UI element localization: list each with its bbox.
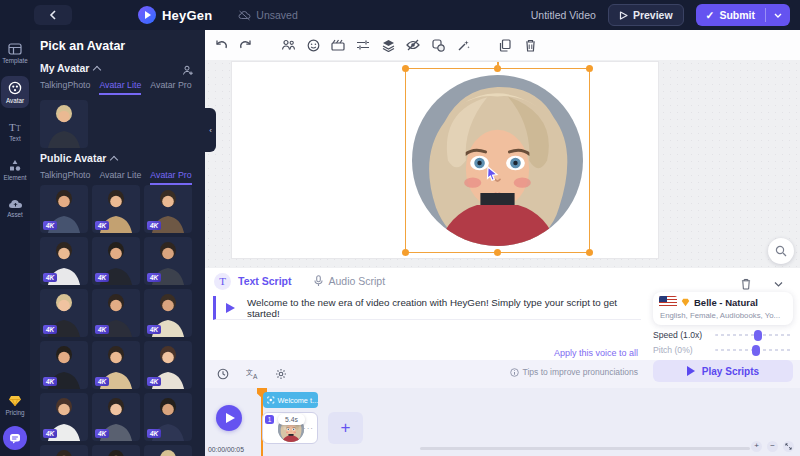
avatar-thumbnail[interactable]: 4K: [40, 185, 88, 233]
submit-button[interactable]: ✓ Submit: [696, 4, 790, 26]
script-text[interactable]: Welcome to the new era of video creation…: [247, 297, 641, 319]
4k-badge: 4K: [147, 325, 161, 334]
selection-box[interactable]: [405, 68, 590, 253]
pitch-label: Pitch (0%): [653, 345, 715, 355]
undo-button[interactable]: [213, 37, 229, 53]
4k-badge: 4K: [95, 429, 109, 438]
nav-pricing[interactable]: Pricing: [1, 390, 29, 420]
scene-card[interactable]: 1 5.4s ···: [262, 412, 318, 444]
pitch-slider-handle[interactable]: [752, 345, 760, 356]
canvas-toolbar: [205, 30, 800, 60]
timeline-scrollbar[interactable]: [420, 447, 750, 450]
redo-button[interactable]: [238, 37, 254, 53]
apply-voice-link[interactable]: Apply this voice to all: [554, 348, 638, 358]
public-avatar-heading[interactable]: Public Avatar: [40, 152, 117, 164]
pronunciation-tips-link[interactable]: Tips to improve pronunciations: [510, 367, 638, 377]
text-script-icon[interactable]: T: [214, 273, 231, 290]
adjust-button[interactable]: [355, 37, 371, 53]
resize-handle-s[interactable]: [494, 249, 501, 256]
voice-selector[interactable]: Belle - Natural English, Female, Audiobo…: [653, 292, 793, 325]
tab-avatar-pro[interactable]: Avatar Pro: [150, 80, 191, 95]
nav-text[interactable]: TT Text: [1, 116, 29, 146]
4k-badge: 4K: [147, 221, 161, 230]
pause-duration-button[interactable]: [215, 366, 231, 382]
duplicate-button[interactable]: [497, 37, 513, 53]
script-clip[interactable]: Welcome t...: [263, 392, 318, 408]
video-title[interactable]: Untitled Video: [531, 9, 596, 21]
scene-menu-button[interactable]: ···: [303, 424, 314, 433]
tab-talkingphoto[interactable]: TalkingPhoto: [40, 170, 90, 185]
pitch-slider[interactable]: [715, 349, 793, 351]
tab-text-script[interactable]: Text Script: [238, 275, 291, 287]
heygen-logo[interactable]: HeyGen: [138, 6, 212, 24]
avatar-thumbnail[interactable]: 4K: [40, 289, 88, 337]
timeline-play-button[interactable]: [216, 405, 242, 431]
script-line[interactable]: Welcome to the new era of video creation…: [213, 296, 641, 320]
tab-talkingphoto[interactable]: TalkingPhoto: [40, 80, 90, 95]
change-avatar-button[interactable]: [280, 37, 296, 53]
avatar-thumbnail[interactable]: 4K: [92, 289, 140, 337]
timeline-zoom-out-button[interactable]: −: [767, 441, 778, 452]
play-scripts-button[interactable]: Play Scripts: [653, 360, 793, 382]
collapse-script-button[interactable]: [770, 276, 786, 292]
avatar-thumbnail[interactable]: 4K: [144, 289, 192, 337]
play-line-button[interactable]: [226, 303, 235, 313]
resize-handle-sw[interactable]: [402, 249, 409, 256]
magic-wand-button[interactable]: [455, 37, 471, 53]
layers-button[interactable]: [380, 37, 396, 53]
avatar-thumbnail[interactable]: 4K: [92, 445, 140, 456]
avatar-thumbnail[interactable]: 4K: [40, 393, 88, 441]
avatar-thumbnail[interactable]: 4K: [40, 341, 88, 389]
translate-button[interactable]: 文A: [244, 366, 260, 382]
submit-dropdown[interactable]: [766, 13, 790, 18]
resize-handle-se[interactable]: [586, 249, 593, 256]
tab-audio-script[interactable]: Audio Script: [314, 275, 385, 287]
delete-script-button[interactable]: [738, 276, 754, 292]
avatar-thumbnail[interactable]: 4K: [144, 341, 192, 389]
add-avatar-button[interactable]: [182, 62, 193, 80]
nav-element[interactable]: Element: [1, 154, 29, 185]
group-button[interactable]: [430, 37, 446, 53]
avatar-thumbnail[interactable]: 4K: [144, 185, 192, 233]
avatar-thumbnail[interactable]: 4K: [40, 445, 88, 456]
scene-duration[interactable]: 5.4s: [278, 414, 305, 425]
speed-slider-handle[interactable]: [754, 330, 762, 341]
emotion-button[interactable]: [305, 37, 321, 53]
avatar-thumbnail[interactable]: 4K: [144, 445, 192, 456]
avatar-thumbnail[interactable]: 4K: [92, 393, 140, 441]
delete-button[interactable]: [522, 37, 538, 53]
nav-template[interactable]: Template: [1, 38, 29, 68]
collapse-caret-icon: [93, 65, 101, 73]
hide-button[interactable]: [405, 37, 421, 53]
avatar-thumbnail[interactable]: 4K: [92, 237, 140, 285]
scene-button[interactable]: [330, 37, 346, 53]
timeline-fit-button[interactable]: [783, 441, 794, 452]
video-canvas[interactable]: [205, 60, 800, 268]
my-avatar-heading[interactable]: My Avatar: [40, 62, 100, 74]
avatar-thumbnail[interactable]: 4K: [144, 393, 192, 441]
preview-button[interactable]: Preview: [608, 4, 684, 26]
chevron-down-icon: [774, 13, 782, 18]
nav-asset[interactable]: Asset: [1, 193, 29, 222]
chat-support-button[interactable]: [3, 426, 27, 450]
tab-avatar-lite[interactable]: Avatar Lite: [99, 170, 141, 185]
avatar-thumbnail[interactable]: 4K: [92, 341, 140, 389]
my-avatar-tabs: TalkingPhoto Avatar Lite Avatar Pro: [40, 80, 192, 95]
panel-collapse-button[interactable]: ‹: [205, 108, 216, 152]
script-settings-button[interactable]: [273, 366, 289, 382]
add-scene-button[interactable]: +: [328, 412, 363, 444]
resize-handle-ne[interactable]: [586, 65, 593, 72]
tab-avatar-lite[interactable]: Avatar Lite: [99, 80, 141, 95]
timeline-zoom-in-button[interactable]: +: [751, 441, 762, 452]
resize-handle-nw[interactable]: [402, 65, 409, 72]
info-icon: [510, 368, 519, 377]
avatar-thumbnail[interactable]: [40, 100, 88, 148]
speed-slider[interactable]: [715, 334, 793, 336]
tab-avatar-pro[interactable]: Avatar Pro: [150, 170, 191, 185]
nav-avatar[interactable]: Avatar: [1, 76, 29, 108]
avatar-thumbnail[interactable]: 4K: [40, 237, 88, 285]
canvas-zoom-button[interactable]: [768, 238, 794, 264]
avatar-thumbnail[interactable]: 4K: [144, 237, 192, 285]
back-button[interactable]: [34, 5, 72, 25]
avatar-thumbnail[interactable]: 4K: [92, 185, 140, 233]
